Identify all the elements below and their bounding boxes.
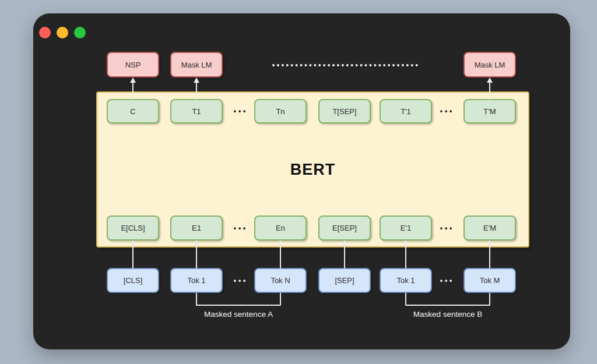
nsp-head-label: NSP — [125, 61, 141, 69]
sentence-b-label: Masked sentence B — [384, 310, 512, 319]
embedding-label: E[SEP] — [332, 224, 357, 232]
token-box-cls: [CLS] — [107, 268, 159, 293]
ellipsis-token-row: ••• — [228, 268, 251, 293]
arrow-up-icon — [194, 77, 199, 100]
token-label: Tok M — [480, 276, 500, 285]
embedding-label: E'M — [483, 224, 496, 232]
token-box-tokn: Tok N — [254, 268, 307, 293]
bert-label: BERT — [96, 161, 529, 179]
output-label: T1 — [192, 107, 201, 116]
token-label: Tok N — [271, 276, 290, 285]
embedding-label: En — [276, 224, 285, 232]
token-box-tokm: Tok M — [463, 268, 516, 293]
embedding-box-e1: E1 — [170, 215, 223, 241]
embedding-box-en: En — [254, 215, 307, 241]
embedding-box-em-prime: E'M — [463, 215, 516, 241]
embedding-label: E[CLS] — [121, 224, 145, 232]
arrow-up-icon — [194, 240, 199, 268]
embedding-label: E1 — [192, 224, 201, 232]
output-box-c: C — [107, 99, 159, 123]
arrow-up-icon — [278, 240, 283, 268]
token-box-sep: [SEP] — [318, 268, 371, 293]
mask-lm-head-label-left: Mask LM — [181, 61, 212, 69]
arrow-up-icon — [130, 77, 136, 100]
mask-lm-head-box-right: Mask LM — [463, 52, 516, 77]
diagram-window: NSP Mask LM Mask LM BERT C T1 ••• Tn T[S… — [33, 13, 570, 349]
output-box-t1-prime: T'1 — [380, 99, 432, 123]
arrow-up-icon — [487, 77, 493, 100]
close-button[interactable] — [39, 27, 51, 38]
nsp-head-box: NSP — [107, 52, 159, 77]
output-box-t1: T1 — [170, 99, 223, 123]
ellipsis-embedding-row: ••• — [434, 215, 458, 241]
arrow-up-icon — [342, 240, 347, 268]
window-controls — [39, 27, 86, 38]
output-box-tm-prime: T'M — [463, 99, 516, 123]
token-box-tok1-b: Tok 1 — [380, 268, 432, 293]
arrow-up-icon — [130, 240, 136, 268]
token-label: Tok 1 — [396, 276, 415, 285]
minimize-button[interactable] — [57, 27, 68, 38]
ellipsis-output-row: ••• — [228, 99, 251, 123]
output-label: T'M — [483, 107, 496, 116]
sentence-a-bracket — [196, 293, 281, 306]
token-box-tok1-a: Tok 1 — [170, 268, 223, 293]
token-label: [CLS] — [124, 276, 143, 285]
continuation-dotted-line — [272, 64, 418, 66]
embedding-label: E'1 — [401, 224, 411, 232]
token-label: Tok 1 — [187, 276, 205, 285]
mask-lm-head-label-right: Mask LM — [475, 61, 505, 69]
sentence-b-bracket — [405, 293, 490, 306]
desktop-background: NSP Mask LM Mask LM BERT C T1 ••• Tn T[S… — [0, 0, 597, 364]
output-label: Tn — [276, 107, 285, 116]
output-box-tsep: T[SEP] — [318, 99, 371, 123]
output-label: T'1 — [401, 107, 411, 116]
output-label: C — [130, 107, 135, 116]
token-label: [SEP] — [335, 276, 354, 285]
arrow-up-icon — [403, 240, 409, 268]
ellipsis-token-row: ••• — [434, 268, 458, 293]
mask-lm-head-box-left: Mask LM — [170, 52, 223, 77]
ellipsis-output-row: ••• — [434, 99, 458, 123]
sentence-a-label: Masked sentence A — [174, 310, 303, 319]
embedding-box-e1-prime: E'1 — [380, 215, 432, 241]
embedding-box-esep: E[SEP] — [318, 215, 371, 241]
embedding-box-ecls: E[CLS] — [107, 215, 159, 241]
output-label: T[SEP] — [332, 107, 356, 116]
ellipsis-embedding-row: ••• — [228, 215, 251, 241]
output-box-tn: Tn — [254, 99, 307, 123]
arrow-up-icon — [487, 240, 493, 268]
maximize-button[interactable] — [74, 27, 86, 38]
